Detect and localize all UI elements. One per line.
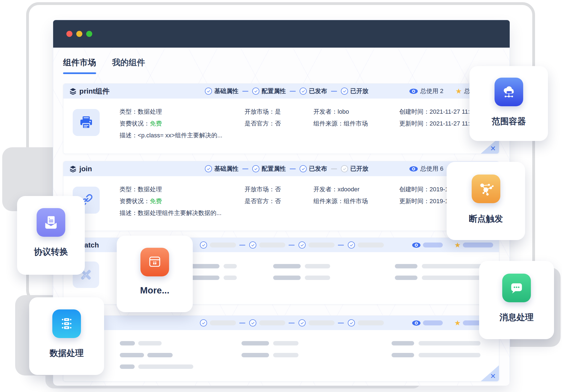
skeleton-pill <box>241 341 269 345</box>
skeleton-pill <box>273 353 298 357</box>
step-connector <box>331 168 337 169</box>
tab-component-market[interactable]: 组件市场 <box>63 57 96 74</box>
skeleton-pill <box>259 320 285 325</box>
skeleton-pill <box>419 341 480 345</box>
step-label: 已发布 <box>309 87 327 95</box>
component-card-join[interactable]: join 基础属性 配置属性 已发布 已开放 <box>63 161 499 231</box>
component-card-skeleton[interactable]: ★ ✕ <box>63 315 499 382</box>
card-title-label: atch <box>84 241 99 249</box>
step-connector <box>290 168 296 169</box>
field-official: 是否官方：否 <box>245 120 281 127</box>
tab-active-underline <box>63 72 96 74</box>
fold-corner <box>481 365 499 381</box>
cloud-network-icon <box>495 78 523 106</box>
card-title: atch <box>84 238 99 252</box>
step-check-icon <box>348 241 355 249</box>
step-check-icon <box>205 165 212 172</box>
card-header: ★ <box>63 316 499 330</box>
layers-icon <box>69 165 77 172</box>
floating-card-label: 消息处理 <box>499 312 534 323</box>
card-title-label: print组件 <box>79 86 110 96</box>
step-check-icon <box>249 319 256 326</box>
step-check-icon <box>249 241 256 249</box>
step-connector <box>338 323 344 323</box>
step-check-icon <box>252 165 259 172</box>
step-check-icon <box>200 319 207 326</box>
skeleton-pill <box>210 243 236 247</box>
skeleton-pill <box>224 276 237 280</box>
field-fee: 资费状况：免费 <box>120 197 162 205</box>
status-steps-skeleton <box>200 238 387 252</box>
skeleton-pill <box>241 353 269 357</box>
skeleton-pill <box>120 353 144 357</box>
skeleton-pill <box>423 243 443 247</box>
tab-my-components[interactable]: 我的组件 <box>112 57 145 74</box>
minimize-window-button[interactable] <box>76 31 82 37</box>
field-market: 开放市场：是 <box>245 108 281 116</box>
field-created: 创建时间：2019-1 <box>399 186 449 193</box>
field-updated: 更新时间：2021-11-27 11:2 <box>399 120 473 127</box>
step-label: 基础属性 <box>214 87 238 95</box>
close-icon[interactable]: ✕ <box>490 145 496 153</box>
field-source: 组件来源：组件市场 <box>313 120 368 127</box>
floating-card-label: 数据处理 <box>50 347 84 359</box>
step-connector <box>331 91 337 92</box>
inbox-document-icon <box>37 208 65 237</box>
skeleton-pill <box>422 276 484 280</box>
step-check-icon <box>348 319 355 326</box>
maximize-window-button[interactable] <box>86 31 92 37</box>
skeleton-pill <box>210 320 236 325</box>
browser-box-icon <box>140 248 169 276</box>
star-icon: ★ <box>454 319 461 326</box>
step-check-icon <box>298 241 306 249</box>
floating-card-label: 范围容器 <box>492 116 526 127</box>
floating-card-more[interactable]: More... <box>117 236 193 312</box>
star-icon: ★ <box>455 88 462 95</box>
step-label: 已发布 <box>309 165 327 173</box>
floating-card-label: 断点触发 <box>469 213 503 225</box>
eye-icon <box>412 320 421 326</box>
skeleton-pill <box>147 353 173 357</box>
floating-card-message-processing[interactable]: 消息处理 <box>479 261 554 339</box>
card-title-label: join <box>79 165 92 173</box>
floating-card-label: More... <box>140 285 169 296</box>
skeleton-pill <box>259 243 285 247</box>
floating-card-data-processing[interactable]: 数据处理 <box>29 297 104 375</box>
close-window-button[interactable] <box>66 31 72 37</box>
tab-label: 我的组件 <box>112 57 145 68</box>
layers-icon <box>69 88 77 95</box>
step-connector <box>289 245 295 246</box>
field-created: 创建时间：2021-11-27 11:2 <box>399 108 473 116</box>
skeleton-pill <box>273 276 301 280</box>
skeleton-pill <box>463 243 493 247</box>
floating-card-protocol-conversion[interactable]: 协议转换 <box>17 196 85 275</box>
floating-card-range-container[interactable]: 范围容器 <box>469 66 548 141</box>
step-connector <box>239 245 245 246</box>
skeleton-pill <box>138 364 193 369</box>
step-label: 基础属性 <box>214 165 238 173</box>
close-icon[interactable]: ✕ <box>490 372 496 380</box>
step-check-icon <box>298 319 306 326</box>
step-connector <box>338 245 344 246</box>
usage-stat: 总使用 6 <box>409 161 443 176</box>
step-check-icon <box>341 88 348 95</box>
skeleton-pill <box>305 264 330 268</box>
field-type: 类型：数据处理 <box>120 186 162 193</box>
eye-icon <box>412 242 421 248</box>
usage-stat-skeleton <box>412 238 443 252</box>
step-check-icon <box>252 88 259 95</box>
card-header: print组件 基础属性 配置属性 已发布 已开放 <box>63 84 499 99</box>
step-label: 配置属性 <box>262 87 286 95</box>
component-card-print[interactable]: print组件 基础属性 配置属性 已发布 已开放 <box>63 83 499 154</box>
skeleton-pill <box>224 264 237 268</box>
step-check-icon <box>200 241 207 249</box>
field-developer: 开发者：lobo <box>313 108 349 116</box>
floating-card-breakpoint-trigger[interactable]: 断点触发 <box>447 162 525 240</box>
skeleton-pill <box>191 276 219 280</box>
step-connector <box>242 91 248 92</box>
status-steps: 基础属性 配置属性 已发布 已开放 <box>205 161 372 176</box>
skeleton-pill <box>305 276 330 280</box>
tab-label: 组件市场 <box>63 57 96 68</box>
step-label: 已开放 <box>350 165 368 173</box>
field-fee: 资费状况：免费 <box>120 120 162 127</box>
